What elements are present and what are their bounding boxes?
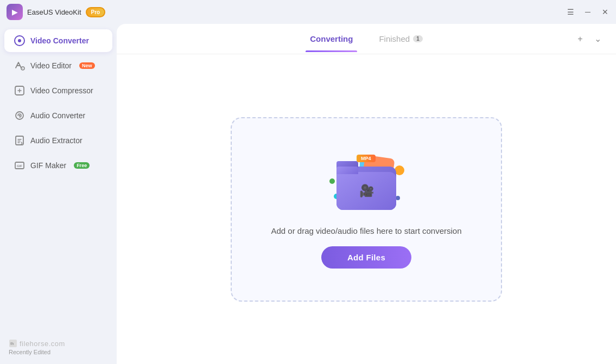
filehorse-logo: fh	[9, 339, 17, 348]
sidebar-item-label: Audio Extractor	[30, 136, 82, 145]
svg-text:GIF: GIF	[17, 164, 22, 168]
main-layout: Video Converter Video Editor New Video C…	[0, 24, 616, 364]
add-tab-button[interactable]: +	[573, 31, 588, 47]
sidebar-item-video-converter[interactable]: Video Converter	[4, 29, 112, 52]
sidebar-item-video-compressor[interactable]: Video Compressor	[4, 79, 112, 102]
drop-zone[interactable]: MP4 🎥 Add or drag video/audio files here…	[231, 117, 502, 302]
tabs: Converting Finished 1	[128, 25, 605, 52]
video-editor-icon	[14, 60, 25, 71]
drop-zone-container: MP4 🎥 Add or drag video/audio files here…	[117, 54, 616, 364]
sidebar: Video Converter Video Editor New Video C…	[0, 24, 117, 364]
sidebar-item-label: Audio Converter	[30, 111, 85, 120]
audio-converter-icon	[14, 110, 25, 121]
recently-edited-label: Recently Edited	[9, 349, 65, 355]
svg-text:fh: fh	[10, 342, 14, 346]
tab-actions: + ⌄	[573, 31, 605, 47]
tab-bar: Converting Finished 1 + ⌄	[117, 24, 616, 54]
drop-zone-text: Add or drag video/audio files here to st…	[271, 226, 461, 235]
minimize-button[interactable]: ─	[583, 8, 592, 16]
filehorse-watermark: filehorse.com	[20, 340, 65, 348]
sidebar-item-audio-extractor[interactable]: Audio Extractor	[4, 129, 112, 152]
new-badge: New	[79, 62, 95, 69]
sidebar-item-video-editor[interactable]: Video Editor New	[4, 54, 112, 77]
audio-extractor-icon	[14, 135, 25, 146]
sidebar-item-label: Video Converter	[30, 36, 89, 45]
tab-finished[interactable]: Finished 1	[374, 25, 427, 52]
content-area: Converting Finished 1 + ⌄	[117, 24, 616, 364]
add-files-button[interactable]: Add Files	[321, 246, 411, 269]
camera-icon: 🎥	[359, 184, 374, 198]
menu-button[interactable]: ☰	[566, 8, 575, 16]
chevron-down-icon[interactable]: ⌄	[590, 31, 605, 47]
finished-count-badge: 1	[413, 35, 423, 42]
sidebar-item-gif-maker[interactable]: GIF GIF Maker Free	[4, 154, 112, 177]
titlebar-controls: ☰ ─ ✕	[566, 8, 609, 16]
dot-green	[329, 178, 335, 184]
titlebar-left: ▶ EaseUS VideoKit Pro	[7, 4, 105, 20]
tab-converting[interactable]: Converting	[306, 25, 357, 52]
app-logo: ▶	[7, 4, 23, 20]
sidebar-item-audio-converter[interactable]: Audio Converter	[4, 104, 112, 127]
folder-front: 🎥	[336, 172, 396, 210]
sidebar-item-label: GIF Maker	[30, 161, 66, 170]
sidebar-item-label: Video Editor	[30, 61, 72, 70]
app-name: EaseUS VideoKit	[27, 8, 81, 16]
svg-point-1	[18, 39, 21, 42]
mp4-label: MP4	[357, 155, 376, 162]
free-badge: Free	[74, 162, 90, 169]
svg-point-4	[19, 115, 21, 117]
video-converter-icon	[14, 35, 25, 46]
sidebar-footer: fh filehorse.com Recently Edited	[0, 335, 117, 360]
close-button[interactable]: ✕	[601, 8, 609, 16]
pro-badge: Pro	[86, 7, 106, 17]
video-compressor-icon	[14, 85, 25, 96]
titlebar: ▶ EaseUS VideoKit Pro ☰ ─ ✕	[0, 0, 616, 24]
sidebar-item-label: Video Compressor	[30, 86, 93, 95]
folder-illustration: MP4 🎥	[328, 150, 404, 215]
dot-blue	[396, 196, 400, 200]
gif-maker-icon: GIF	[14, 160, 25, 171]
